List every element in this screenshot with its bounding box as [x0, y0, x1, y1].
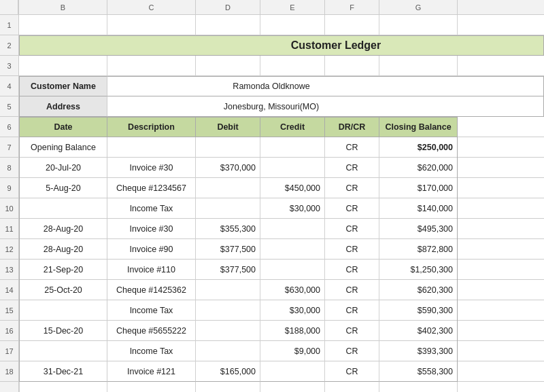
cell-17-credit: $9,000	[260, 341, 325, 361]
row-num-10: 10	[0, 198, 18, 219]
cell-e1f	[325, 382, 379, 392]
row-14: 25-Oct-20 Cheque #1425362 $630,000 CR $6…	[19, 280, 544, 300]
row-12: 28-Aug-20 Invoice #90 $377,500 CR $872,8…	[19, 239, 544, 260]
cell-11-debit: $355,300	[196, 219, 260, 239]
cell-14-drcr: CR	[325, 280, 379, 300]
cell-7-credit	[260, 137, 325, 158]
row-3	[19, 56, 544, 76]
cell-13-drcr: CR	[325, 260, 379, 280]
row-13: 21-Sep-20 Invoice #110 $377,500 CR $1,25…	[19, 260, 544, 280]
cell-7-closing: $250,000	[379, 137, 458, 158]
cell-3b	[19, 56, 107, 76]
row-num-4: 4	[0, 76, 18, 96]
cell-3g	[379, 56, 458, 76]
cell-11-desc: Invoice #30	[107, 219, 196, 239]
row-num-9: 9	[0, 178, 18, 198]
cell-17-date	[19, 341, 107, 361]
cell-14-desc: Cheque #1425362	[107, 280, 196, 300]
cell-e1c	[107, 382, 196, 392]
cell-10-debit	[196, 198, 260, 219]
row-15: Income Tax $30,000 CR $590,300	[19, 300, 544, 321]
cell-7-debit	[196, 137, 260, 158]
cell-7-desc	[107, 137, 196, 158]
corner-cell	[0, 0, 18, 15]
cell-16-debit	[196, 321, 260, 341]
cell-7-date: Opening Balance	[19, 137, 107, 158]
row-7: Opening Balance CR $250,000	[19, 137, 544, 158]
header-description: Description	[107, 117, 196, 137]
cell-8-closing: $620,000	[379, 158, 458, 178]
cell-12-desc: Invoice #90	[107, 239, 196, 260]
title-cell: Customer Ledger	[260, 35, 411, 56]
col-header-f: F	[325, 0, 379, 15]
cell-11-closing: $495,300	[379, 219, 458, 239]
col-header-g: G	[379, 0, 458, 15]
cell-1f	[325, 15, 379, 35]
cell-12-date: 28-Aug-20	[19, 239, 107, 260]
cell-11-drcr: CR	[325, 219, 379, 239]
cell-4e	[347, 76, 411, 96]
cell-15-credit: $30,000	[260, 300, 325, 321]
cell-16-drcr: CR	[325, 321, 379, 341]
cell-1g	[379, 15, 458, 35]
address-label: Address	[19, 96, 107, 117]
cell-12-drcr: CR	[325, 239, 379, 260]
cell-12-debit: $377,500	[196, 239, 260, 260]
row-num-8: 8	[0, 158, 18, 178]
cell-18-credit	[260, 361, 325, 382]
customer-name-value: Ramonda Oldknowe	[196, 76, 347, 96]
cell-9-date: 5-Aug-20	[19, 178, 107, 198]
cell-8-date: 20-Jul-20	[19, 158, 107, 178]
cell-12-credit	[260, 239, 325, 260]
row-16: 15-Dec-20 Cheque #5655222 $188,000 CR $4…	[19, 321, 544, 341]
row-6: Date Description Debit Credit DR/CR Clos…	[19, 117, 544, 137]
cell-9-debit	[196, 178, 260, 198]
cell-17-drcr: CR	[325, 341, 379, 361]
cell-16-credit: $188,000	[260, 321, 325, 341]
cell-16-closing: $402,300	[379, 321, 458, 341]
header-debit: Debit	[196, 117, 260, 137]
cell-5e	[347, 96, 411, 117]
cell-11-date: 28-Aug-20	[19, 219, 107, 239]
row-numbers: 1 2 3 4 5 6 7 8 9 10 11 12 13 14 15 16 1…	[0, 0, 19, 392]
row-4: Customer Name Ramonda Oldknowe	[19, 76, 544, 96]
cell-2f	[411, 35, 466, 56]
cell-2d	[196, 35, 260, 56]
cell-8-debit: $370,000	[196, 158, 260, 178]
cell-17-debit	[196, 341, 260, 361]
header-closing-balance: Closing Balance	[379, 117, 458, 137]
cell-3c	[107, 56, 196, 76]
col-header-d: D	[196, 0, 260, 15]
cell-4f	[411, 76, 466, 96]
cell-5f	[411, 96, 466, 117]
row-num-11: 11	[0, 219, 18, 239]
table-body: Customer Ledger Customer Name Ramonda Ol…	[19, 15, 544, 392]
col-header-b: B	[19, 0, 107, 15]
row-num-3: 3	[0, 56, 18, 76]
cell-8-drcr: CR	[325, 158, 379, 178]
cell-14-debit	[196, 280, 260, 300]
cell-15-debit	[196, 300, 260, 321]
row-num-1: 1	[0, 15, 18, 35]
cell-9-desc: Cheque #1234567	[107, 178, 196, 198]
row-11: 28-Aug-20 Invoice #30 $355,300 CR $495,3…	[19, 219, 544, 239]
cell-14-credit: $630,000	[260, 280, 325, 300]
row-9: 5-Aug-20 Cheque #1234567 $450,000 CR $17…	[19, 178, 544, 198]
cell-7-drcr: CR	[325, 137, 379, 158]
cell-10-closing: $140,000	[379, 198, 458, 219]
header-credit: Credit	[260, 117, 325, 137]
row-8: 20-Jul-20 Invoice #30 $370,000 CR $620,0…	[19, 158, 544, 178]
row-5: Address Jonesburg, Missouri(MO)	[19, 96, 544, 117]
cell-15-drcr: CR	[325, 300, 379, 321]
cell-13-closing: $1,250,300	[379, 260, 458, 280]
cell-18-debit: $165,000	[196, 361, 260, 382]
cell-17-desc: Income Tax	[107, 341, 196, 361]
header-drcr: DR/CR	[325, 117, 379, 137]
cell-1c	[107, 15, 196, 35]
cell-e1b	[19, 382, 107, 392]
cell-5g	[466, 96, 544, 117]
cell-11-credit	[260, 219, 325, 239]
cell-e1g	[379, 382, 458, 392]
cell-13-date: 21-Sep-20	[19, 260, 107, 280]
address-value: Jonesburg, Missouri(MO)	[196, 96, 347, 117]
